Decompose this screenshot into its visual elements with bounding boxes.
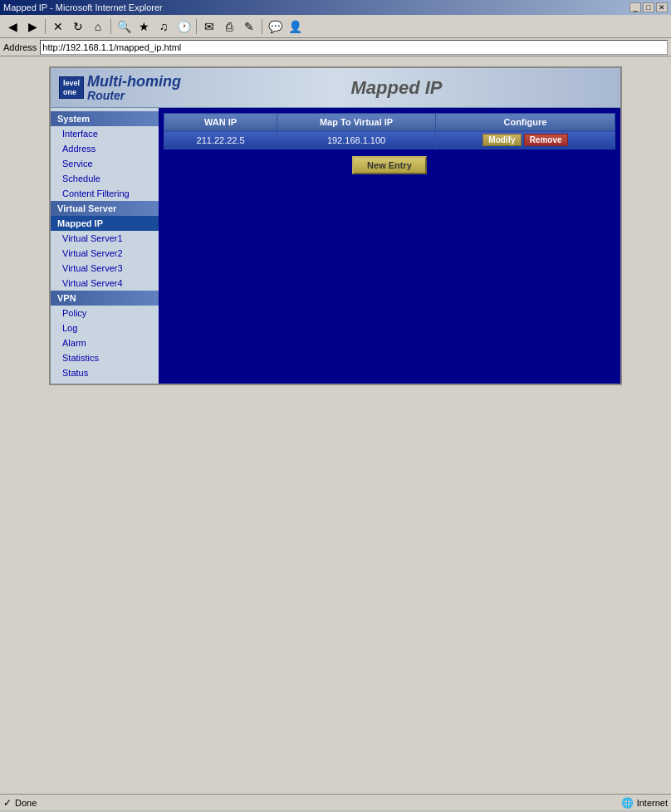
close-button[interactable]: ✕ (656, 2, 668, 12)
home-button[interactable]: ⌂ (89, 17, 107, 36)
print-button[interactable]: ⎙ (220, 17, 238, 36)
sidebar-item-virtual-server[interactable]: Virtual Server (51, 201, 159, 216)
sidebar-item-virtual-server4[interactable]: Virtual Server4 (51, 276, 159, 291)
sidebar-item-mapped-ip[interactable]: Mapped IP (51, 216, 159, 231)
content-area: WAN IP Map To Virtual IP Configure 211.2… (159, 108, 620, 384)
toolbar-separator-1 (45, 19, 46, 34)
sidebar-item-status[interactable]: Status (51, 365, 159, 380)
sidebar-item-system[interactable]: System (51, 111, 159, 126)
sidebar-item-vpn[interactable]: VPN (51, 291, 159, 306)
sidebar-item-address[interactable]: Address (51, 141, 159, 156)
content-table-wrapper: WAN IP Map To Virtual IP Configure 211.2… (164, 113, 615, 149)
toolbar-separator-3 (196, 19, 197, 34)
status-left: ✓ Done (3, 797, 37, 809)
history-button[interactable]: 🕐 (174, 17, 193, 36)
logo-area: level one Multi-homing Router (59, 74, 181, 102)
sidebar-item-log[interactable]: Log (51, 320, 159, 335)
minimize-button[interactable]: _ (629, 2, 641, 12)
logo-one: one (63, 88, 80, 97)
maximize-button[interactable]: □ (643, 2, 654, 12)
logo-level: level (63, 79, 80, 88)
sidebar-item-virtual-server3[interactable]: Virtual Server3 (51, 261, 159, 276)
cell-configure: Modify Remove (435, 131, 615, 149)
internet-icon: 🌐 (621, 797, 634, 809)
discuss-button[interactable]: 💬 (266, 17, 284, 36)
sidebar-item-policy[interactable]: Policy (51, 306, 159, 320)
address-bar: Address (0, 38, 671, 56)
favorites-button[interactable]: ★ (135, 17, 153, 36)
sidebar-item-schedule[interactable]: Schedule (51, 171, 159, 186)
new-entry-area: New Entry (164, 156, 615, 174)
cell-wan-ip: 211.22.22.5 (164, 131, 277, 149)
media-button[interactable]: ♫ (154, 17, 173, 36)
product-sub: Router (87, 89, 181, 102)
cell-map-to-virtual-ip: 192.168.1.100 (277, 131, 436, 149)
forward-button[interactable]: ▶ (23, 17, 42, 36)
sidebar-item-content-filtering[interactable]: Content Filtering (51, 186, 159, 201)
router-ui: level one Multi-homing Router Mapped IP … (49, 66, 622, 385)
title-bar-text: Mapped IP - Microsoft Internet Explorer (3, 2, 163, 12)
search-button[interactable]: 🔍 (115, 17, 133, 36)
mail-button[interactable]: ✉ (200, 17, 218, 36)
remove-button[interactable]: Remove (524, 134, 568, 146)
sidebar: System Interface Address Service Schedul… (51, 108, 159, 384)
sidebar-item-virtual-server2[interactable]: Virtual Server2 (51, 246, 159, 261)
browser-content: level one Multi-homing Router Mapped IP … (0, 56, 671, 794)
status-right: 🌐 Internet (621, 797, 668, 809)
sidebar-item-statistics[interactable]: Statistics (51, 350, 159, 365)
modify-button[interactable]: Modify (482, 134, 521, 146)
sidebar-item-virtual-server1[interactable]: Virtual Server1 (51, 231, 159, 246)
address-input[interactable] (40, 40, 668, 55)
stop-button[interactable]: ✕ (49, 17, 67, 36)
refresh-button[interactable]: ↻ (69, 17, 87, 36)
new-entry-button[interactable]: New Entry (352, 156, 427, 174)
mapped-ip-table: WAN IP Map To Virtual IP Configure 211.2… (164, 113, 615, 149)
status-bar: ✓ Done 🌐 Internet (0, 794, 671, 810)
browser-toolbar: ◀ ▶ ✕ ↻ ⌂ 🔍 ★ ♫ 🕐 ✉ ⎙ ✎ 💬 👤 (0, 15, 671, 38)
status-text: Done (15, 798, 37, 808)
zone-text: Internet (637, 798, 668, 808)
sidebar-item-alarm[interactable]: Alarm (51, 335, 159, 350)
col-header-wan-ip: WAN IP (164, 114, 277, 131)
status-icon: ✓ (3, 797, 12, 809)
toolbar-separator-2 (110, 19, 111, 34)
col-header-configure: Configure (435, 114, 615, 131)
address-label: Address (3, 42, 37, 52)
messenger-button[interactable]: 👤 (286, 17, 304, 36)
sidebar-item-service[interactable]: Service (51, 156, 159, 171)
logo-box: level one (59, 76, 84, 100)
product-name-area: Multi-homing Router (87, 74, 181, 102)
table-row: 211.22.22.5 192.168.1.100 Modify Remove (164, 131, 615, 149)
page-title: Mapped IP (181, 77, 612, 99)
toolbar-separator-4 (262, 19, 262, 34)
back-button[interactable]: ◀ (3, 17, 22, 36)
col-header-map-to-virtual-ip: Map To Virtual IP (277, 114, 436, 131)
title-bar: Mapped IP - Microsoft Internet Explorer … (0, 0, 671, 15)
router-header: level one Multi-homing Router Mapped IP (51, 68, 620, 108)
title-bar-buttons: _ □ ✕ (629, 2, 668, 12)
edit-button[interactable]: ✎ (240, 17, 258, 36)
sidebar-item-interface[interactable]: Interface (51, 126, 159, 141)
product-name: Multi-homing (87, 74, 181, 89)
router-main: System Interface Address Service Schedul… (51, 108, 620, 384)
